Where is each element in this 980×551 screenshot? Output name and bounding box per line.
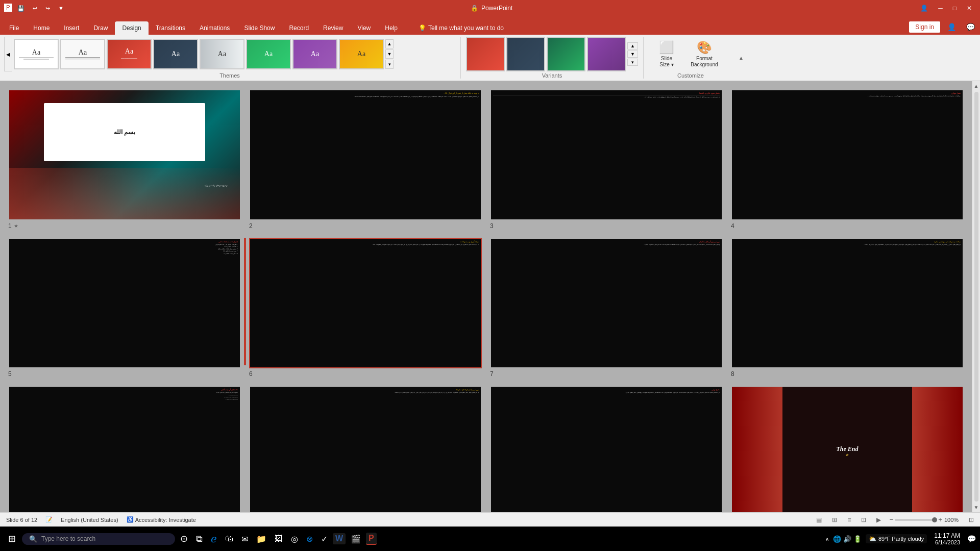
notes-btn[interactable]: 📝 [45,516,53,523]
theme-3[interactable]: Aa ───── [107,39,152,69]
scroll-thumb[interactable] [974,92,978,502]
slide-thumb-11[interactable]: نتایج نهایی بر اساس تمام داده‌های جمع‌آو… [490,386,723,512]
volume-btn[interactable]: 🔊 [843,535,851,543]
tab-view[interactable]: View [350,21,378,35]
cortana-btn[interactable]: ⊙ [177,531,191,546]
redo-btn[interactable]: ↪ [42,4,53,13]
taskbar-clock[interactable]: 11:17 AM 6/14/2023 [931,532,963,545]
maximize-btn[interactable]: □ [949,3,961,14]
undo-btn[interactable]: ↩ [30,4,40,13]
store-btn[interactable]: 🛍 [222,532,236,545]
themes-scroll-more[interactable]: ▾ [385,60,394,69]
network-btn[interactable]: 🌐 [833,535,841,543]
taskview-btn[interactable]: ⧉ [193,532,206,546]
scroll-down-btn[interactable]: ▼ [972,503,980,512]
variant-1[interactable] [466,37,505,71]
minimize-btn[interactable]: ─ [934,3,947,14]
slideshow-btn[interactable]: ▶ [874,515,883,524]
quick-access-customize-btn[interactable]: ▼ [55,4,67,12]
theme-1[interactable]: Aa [14,39,59,69]
slide-size-btn[interactable]: ⬜ SlideSize ▾ [649,38,684,70]
slide-wrapper-12[interactable]: The End ✿ 12 [731,386,964,512]
variants-scroll-more[interactable]: ▾ [627,59,638,66]
battery-btn[interactable]: 🔋 [853,535,862,543]
variant-3[interactable] [547,37,585,71]
movies-btn[interactable]: 🎬 [348,532,364,546]
share-icon[interactable]: 👤 [944,22,959,32]
right-scrollbar[interactable]: ▲ ▼ [972,81,980,512]
save-quick-btn[interactable]: 💾 [14,4,28,13]
explorer-btn[interactable]: 📁 [253,532,270,546]
tab-animations[interactable]: Animations [192,21,237,35]
slide-thumb-4[interactable]: فصل چهارم مطالعات نشان داده‌اند که استفا… [731,89,964,220]
tab-draw[interactable]: Draw [86,21,115,35]
fit-slide-btn[interactable]: ⊡ [969,516,974,523]
start-button[interactable]: ⊞ [4,531,20,546]
view-slide-sorter-btn[interactable]: ⊞ [830,515,839,524]
slide-wrapper-6[interactable]: نتیجه‌گیری و پیشنهادات با توجه به نتایج … [249,238,482,378]
slide-thumb-10[interactable]: بررسی رفتار چرخه‌ای سازه‌ها در این بخش ر… [249,386,482,512]
themes-scroll-up[interactable]: ▲ [385,39,394,48]
ribbon-collapse-btn[interactable]: ▲ [739,55,744,61]
format-bg-btn[interactable]: 🎨 FormatBackground [687,38,722,70]
theme-2[interactable]: Aa [60,39,105,69]
slide-wrapper-10[interactable]: بررسی رفتار چرخه‌ای سازه‌ها در این بخش ر… [249,386,482,512]
tab-slideshow[interactable]: Slide Show [237,21,282,35]
comment-icon[interactable]: 💬 [963,22,978,32]
word-btn[interactable]: W [333,533,346,544]
slide-wrapper-5[interactable]: جدول ۱: مشخصات فنی ۱. ظرفیت تحمل بار: ۲۵… [8,238,241,378]
tab-insert[interactable]: Insert [57,21,86,35]
tab-design[interactable]: Design [115,21,148,35]
slide-thumb-12[interactable]: The End ✿ [731,386,964,512]
view-normal-btn[interactable]: ▤ [814,515,824,524]
photos-btn[interactable]: 🖼 [272,532,286,545]
variant-2[interactable] [506,37,545,71]
weather-widget[interactable]: ⛅ 89°F Partly cloudy [866,534,927,543]
slide-wrapper-8[interactable]: مباحث پیشرفته در مهندسی سازه پژوهش‌های ا… [731,238,964,378]
slide-thumb-3[interactable]: بخش سوم: نتایج و یافته‌ها در این بخش به … [490,89,723,220]
theme-6[interactable]: Aa [246,39,291,69]
edge2-btn[interactable]: ⊗ [303,532,316,546]
view-reading-btn[interactable]: ⊡ [859,515,868,524]
slide-wrapper-4[interactable]: فصل چهارم مطالعات نشان داده‌اند که استفا… [731,89,964,230]
theme-8[interactable]: Aa [339,39,384,69]
profile-btn[interactable]: 👤 [916,3,932,14]
view-outline-btn[interactable]: ≡ [845,515,853,524]
slide-wrapper-7[interactable]: بررسی ویژگی‌های مکانیکی ویژگی‌های Toughn… [490,238,723,378]
slide-thumb-2[interactable]: با توجه به اینکه بیش از نیمی از این قرآن… [249,89,482,220]
tab-file[interactable]: File [2,21,26,35]
zoom-out-btn[interactable]: − [889,516,893,523]
tab-tellme[interactable]: 💡 Tell me what you want to do [411,21,511,35]
slide-wrapper-1[interactable]: بسم الله موضوع‌بندی‌های توانمند و ویژه 1… [8,89,241,230]
tab-record[interactable]: Record [282,21,316,35]
slide-wrapper-9[interactable]: داده‌های آزمایشگاهی نمونه‌های آزمایشی GF… [8,386,241,512]
theme-5[interactable]: Aa [200,39,244,69]
tab-transitions[interactable]: Transitions [149,21,192,35]
todo-btn[interactable]: ✓ [318,532,331,546]
zoom-slider[interactable] [895,519,936,521]
slide-wrapper-11[interactable]: نتایج نهایی بر اساس تمام داده‌های جمع‌آو… [490,386,723,512]
slide-wrapper-3[interactable]: بخش سوم: نتایج و یافته‌ها در این بخش به … [490,89,723,230]
theme-4[interactable]: Aa [153,39,198,69]
tab-help[interactable]: Help [378,21,405,35]
sign-in-btn[interactable]: Sign in [909,21,940,33]
theme-7[interactable]: Aa [292,39,337,69]
slide-thumb-1[interactable]: بسم الله موضوع‌بندی‌های توانمند و ویژه [8,89,241,220]
tab-home[interactable]: Home [26,21,57,35]
tray-expand-btn[interactable]: ∧ [825,536,829,542]
themes-scroll-left[interactable]: ◀ [4,37,12,71]
accessibility-btn[interactable]: ♿ Accessibility: Investigate [127,516,196,523]
close-btn[interactable]: ✕ [963,3,976,14]
variants-scroll-down[interactable]: ▼ [627,51,638,58]
variants-scroll-up[interactable]: ▲ [627,42,638,49]
slide-thumb-7[interactable]: بررسی ویژگی‌های مکانیکی ویژگی‌های Toughn… [490,238,723,369]
slide-thumb-8[interactable]: مباحث پیشرفته در مهندسی سازه پژوهش‌های ا… [731,238,964,369]
variant-4[interactable] [587,37,626,71]
themes-scroll-down[interactable]: ▼ [385,49,394,59]
edge-btn[interactable]: ℯ [208,531,220,547]
scroll-up-btn[interactable]: ▲ [972,81,980,91]
slide-wrapper-2[interactable]: با توجه به اینکه بیش از نیمی از این قرآن… [249,89,482,230]
tab-review[interactable]: Review [316,21,350,35]
powerpoint-btn[interactable]: P [366,533,377,545]
zoom-in-btn[interactable]: + [938,516,942,523]
